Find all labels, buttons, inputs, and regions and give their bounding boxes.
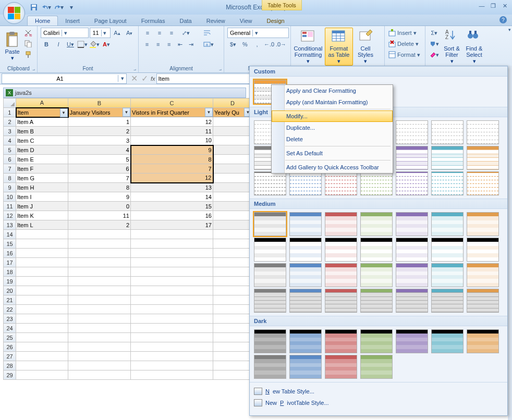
table-style-swatch[interactable]: [325, 212, 357, 236]
cell[interactable]: [16, 295, 68, 305]
table-style-swatch[interactable]: [396, 171, 428, 195]
cell[interactable]: [213, 305, 252, 314]
cell[interactable]: [213, 239, 252, 249]
cell[interactable]: [68, 370, 131, 380]
cell[interactable]: [131, 305, 213, 314]
row-header[interactable]: 14: [4, 230, 16, 239]
cell[interactable]: [16, 314, 68, 324]
cell[interactable]: [213, 174, 252, 183]
context-menu-item[interactable]: Apply (and Maintain Formatting): [272, 96, 393, 108]
wrap-text-button[interactable]: [194, 28, 220, 38]
font-family-combo[interactable]: Calibri▾: [41, 28, 89, 38]
new-pivottable-style-button[interactable]: New PivotTable Style...: [254, 397, 503, 409]
name-box[interactable]: A1 ▾: [2, 73, 127, 84]
table-style-swatch[interactable]: [360, 263, 393, 287]
cell[interactable]: [213, 127, 252, 136]
table-style-swatch[interactable]: [467, 238, 499, 262]
cell[interactable]: [16, 342, 68, 352]
cell[interactable]: Item H: [16, 183, 68, 192]
row-header[interactable]: 23: [4, 314, 16, 324]
row-header[interactable]: 8: [4, 174, 16, 183]
filter-dropdown-button[interactable]: ▼: [60, 108, 68, 117]
row-header[interactable]: 21: [4, 295, 16, 305]
cut-button[interactable]: [22, 28, 34, 38]
table-style-swatch[interactable]: [396, 120, 428, 144]
cell[interactable]: 10: [131, 136, 213, 145]
cell[interactable]: [131, 370, 213, 380]
cell[interactable]: [68, 258, 131, 267]
table-style-swatch[interactable]: [396, 238, 428, 262]
accounting-button[interactable]: $▾: [227, 39, 239, 50]
table-style-swatch[interactable]: [325, 289, 357, 313]
row-header[interactable]: 22: [4, 305, 16, 314]
qat-save-button[interactable]: [29, 3, 39, 12]
table-style-swatch[interactable]: [396, 263, 428, 287]
table-header-cell[interactable]: Vistors in First Quarter▼: [131, 108, 213, 117]
font-color-button[interactable]: A▾: [101, 39, 112, 50]
column-header-A[interactable]: A: [16, 98, 68, 108]
align-center-button[interactable]: ≡: [153, 39, 163, 50]
cell[interactable]: 6: [68, 164, 131, 174]
cell[interactable]: [68, 239, 131, 249]
orientation-button[interactable]: ⤢▾: [178, 28, 193, 38]
cell[interactable]: [68, 314, 131, 324]
column-header-C[interactable]: C: [131, 98, 213, 108]
cell[interactable]: [16, 267, 68, 277]
cell[interactable]: [131, 295, 213, 305]
filter-dropdown-button[interactable]: ▼: [123, 108, 130, 117]
find-select-button[interactable]: Find &Select▾: [464, 28, 485, 66]
cell[interactable]: [16, 230, 68, 239]
autosum-button[interactable]: Σ▾: [429, 28, 440, 38]
cell[interactable]: [68, 277, 131, 286]
cell[interactable]: [213, 342, 252, 352]
table-style-swatch[interactable]: [396, 212, 428, 236]
table-style-swatch[interactable]: [467, 289, 499, 313]
table-style-swatch[interactable]: [431, 238, 464, 262]
cell[interactable]: [16, 370, 68, 380]
cell[interactable]: [131, 277, 213, 286]
table-header-cell[interactable]: Item▼: [16, 108, 68, 117]
cell[interactable]: [213, 211, 252, 220]
insert-cells-button[interactable]: Insert▾: [388, 28, 424, 38]
font-size-combo[interactable]: 11▾: [90, 28, 110, 38]
row-header[interactable]: 5: [4, 145, 16, 155]
row-header[interactable]: 12: [4, 211, 16, 220]
cell[interactable]: [213, 220, 252, 230]
cell[interactable]: [68, 230, 131, 239]
table-style-swatch[interactable]: [254, 355, 286, 379]
table-style-swatch[interactable]: [325, 329, 357, 353]
tab-page-layout[interactable]: Page Layout: [87, 16, 134, 26]
cell[interactable]: [16, 286, 68, 295]
cell[interactable]: [213, 314, 252, 324]
table-style-swatch[interactable]: [289, 263, 322, 287]
paste-button[interactable]: Paste▾: [3, 28, 21, 66]
tab-formulas[interactable]: Formulas: [134, 16, 173, 26]
cell[interactable]: [68, 286, 131, 295]
close-button[interactable]: ✕: [501, 2, 509, 9]
cell[interactable]: 9: [131, 145, 213, 155]
bold-button[interactable]: B: [41, 39, 52, 50]
cell[interactable]: [213, 352, 252, 361]
table-style-swatch[interactable]: [431, 171, 464, 195]
cell[interactable]: [213, 295, 252, 305]
cell[interactable]: [131, 267, 213, 277]
table-style-swatch[interactable]: [289, 329, 322, 353]
border-button[interactable]: ▾: [77, 39, 88, 50]
table-style-swatch[interactable]: [289, 355, 322, 379]
cell[interactable]: Item A: [16, 117, 68, 127]
decrease-decimal-button[interactable]: .0→: [275, 39, 287, 50]
row-header[interactable]: 26: [4, 342, 16, 352]
table-style-swatch[interactable]: [431, 212, 464, 236]
cell[interactable]: [131, 286, 213, 295]
cell[interactable]: Item C: [16, 136, 68, 145]
row-header[interactable]: 11: [4, 202, 16, 211]
row-header[interactable]: 1: [4, 108, 16, 117]
cell[interactable]: Item J: [16, 202, 68, 211]
cell[interactable]: [213, 258, 252, 267]
cell[interactable]: 12: [131, 174, 213, 183]
cell[interactable]: 16: [131, 211, 213, 220]
table-style-swatch[interactable]: [360, 355, 393, 379]
row-header[interactable]: 15: [4, 239, 16, 249]
cell[interactable]: 4: [68, 145, 131, 155]
sort-filter-button[interactable]: AZ Sort &Filter▾: [441, 28, 462, 66]
